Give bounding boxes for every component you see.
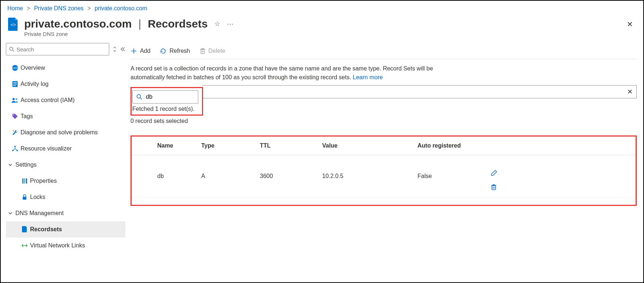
plus-icon (130, 48, 137, 54)
breadcrumb-zones[interactable]: Private DNS zones (34, 5, 84, 11)
close-icon[interactable]: ✕ (627, 20, 633, 29)
search-icon (9, 47, 14, 52)
table-header-row: Name Type TTL Value Auto registered (132, 137, 636, 155)
svg-text:</>: </> (11, 23, 16, 27)
sidebar-item-access-control[interactable]: Access control (IAM) (6, 92, 125, 108)
sidebar-item-locks[interactable]: Locks (6, 189, 125, 205)
svg-rect-15 (22, 178, 23, 184)
col-actions (487, 137, 636, 155)
fetched-count: Fetched 1 record set(s). (132, 106, 198, 112)
svg-point-12 (14, 146, 16, 147)
chevron-down-icon (8, 163, 12, 167)
clear-search-icon[interactable]: ✕ (627, 88, 633, 96)
sidebar-group-dns-management[interactable]: DNS Management (6, 205, 125, 221)
wrench-icon (10, 129, 21, 136)
sidebar-item-diagnose[interactable]: Diagnose and solve problems (6, 124, 125, 141)
network-icon (19, 243, 30, 248)
col-value[interactable]: Value (319, 137, 414, 155)
svg-rect-7 (13, 84, 17, 84)
dns-file-icon: </> (7, 18, 19, 31)
toolbar-label: Delete (209, 48, 225, 54)
cell-name: db (132, 155, 198, 197)
favorite-star-icon[interactable]: ☆ (214, 20, 220, 28)
toolbar-label: Add (140, 48, 150, 54)
cell-auto: False (414, 155, 487, 197)
cell-ttl: 3600 (256, 155, 319, 197)
sidebar-group-label: DNS Management (15, 210, 64, 217)
sidebar-label: Resource visualizer (21, 145, 72, 152)
sidebar-item-resource-visualizer[interactable]: Resource visualizer (6, 141, 125, 157)
svg-rect-16 (24, 178, 25, 184)
sidebar-label: Properties (30, 178, 57, 184)
records-table: Name Type TTL Value Auto registered db A… (132, 137, 636, 197)
svg-point-20 (137, 95, 141, 98)
breadcrumb-zone[interactable]: private.contoso.com (95, 5, 147, 11)
record-search-extent[interactable]: ✕ (202, 85, 637, 98)
refresh-button[interactable]: Refresh (160, 48, 190, 54)
sidebar-label: Access control (IAM) (21, 97, 75, 104)
sidebar-label: Diagnose and solve problems (21, 129, 98, 136)
edit-icon[interactable] (491, 170, 625, 176)
trash-icon[interactable] (491, 184, 625, 191)
svg-rect-18 (23, 197, 26, 200)
refresh-icon (160, 48, 166, 54)
tag-icon (10, 113, 21, 120)
add-button[interactable]: Add (130, 48, 150, 54)
cell-type: A (198, 155, 256, 197)
sidebar-label: Tags (21, 113, 33, 120)
chevron-down-icon (8, 211, 12, 215)
search-highlight: Fetched 1 record set(s). (130, 87, 203, 116)
selected-count: 0 record sets selected (130, 118, 637, 124)
learn-more-link[interactable]: Learn more (353, 74, 383, 80)
expand-toggle-icon[interactable] (113, 46, 117, 52)
log-icon (10, 81, 21, 87)
collapse-sidebar-icon[interactable] (120, 47, 125, 51)
sidebar-label: Activity log (21, 81, 48, 87)
svg-line-21 (140, 98, 142, 100)
main-content: Add Refresh Delete A record set is a col… (129, 43, 643, 277)
title-separator: | (138, 18, 141, 30)
sidebar-item-tags[interactable]: Tags (6, 108, 125, 124)
col-type[interactable]: Type (198, 137, 256, 155)
sidebar: DNS Overview Activity log Access control… (1, 43, 129, 277)
cell-actions (487, 155, 636, 197)
svg-point-1 (10, 47, 13, 50)
breadcrumb-sep: > (88, 5, 91, 11)
breadcrumb-sep: > (27, 5, 30, 11)
col-name[interactable]: Name (132, 137, 198, 155)
col-ttl[interactable]: TTL (256, 137, 319, 155)
sidebar-item-properties[interactable]: Properties (6, 173, 125, 189)
sidebar-item-virtual-network-links[interactable]: Virtual Network Links (6, 237, 125, 254)
sidebar-item-overview[interactable]: DNS Overview (6, 60, 125, 76)
sidebar-search[interactable] (6, 43, 109, 55)
page-subtitle: Private DNS zone (24, 31, 627, 37)
description-text: A record set is a collection of records … (130, 64, 460, 82)
svg-line-2 (12, 50, 14, 51)
table-row[interactable]: db A 3600 10.2.0.5 False (132, 155, 636, 197)
sidebar-item-activity-log[interactable]: Activity log (6, 76, 125, 92)
properties-icon (19, 178, 30, 184)
page-section: Recordsets (148, 18, 207, 30)
sidebar-group-settings[interactable]: Settings (6, 157, 125, 173)
sidebar-item-recordsets[interactable]: Recordsets (6, 221, 125, 237)
svg-rect-17 (26, 178, 27, 184)
svg-point-10 (16, 98, 18, 100)
page-title: private.contoso.com (24, 18, 132, 30)
record-search[interactable] (132, 90, 198, 104)
breadcrumb: Home > Private DNS zones > private.conto… (1, 1, 643, 15)
svg-rect-8 (13, 85, 16, 86)
delete-button: Delete (200, 48, 225, 54)
sidebar-group-label: Settings (15, 162, 37, 168)
col-auto-registered[interactable]: Auto registered (414, 137, 487, 155)
sidebar-label: Locks (30, 194, 45, 200)
cell-value: 10.2.0.5 (319, 155, 414, 197)
breadcrumb-home[interactable]: Home (7, 5, 23, 11)
lock-icon (19, 194, 30, 200)
more-icon[interactable]: ⋯ (227, 20, 233, 28)
sidebar-search-input[interactable] (16, 46, 106, 52)
svg-point-11 (13, 115, 14, 115)
svg-point-9 (12, 98, 15, 100)
svg-rect-6 (13, 82, 17, 83)
record-search-input[interactable] (146, 94, 194, 100)
globe-icon: DNS (10, 65, 21, 71)
